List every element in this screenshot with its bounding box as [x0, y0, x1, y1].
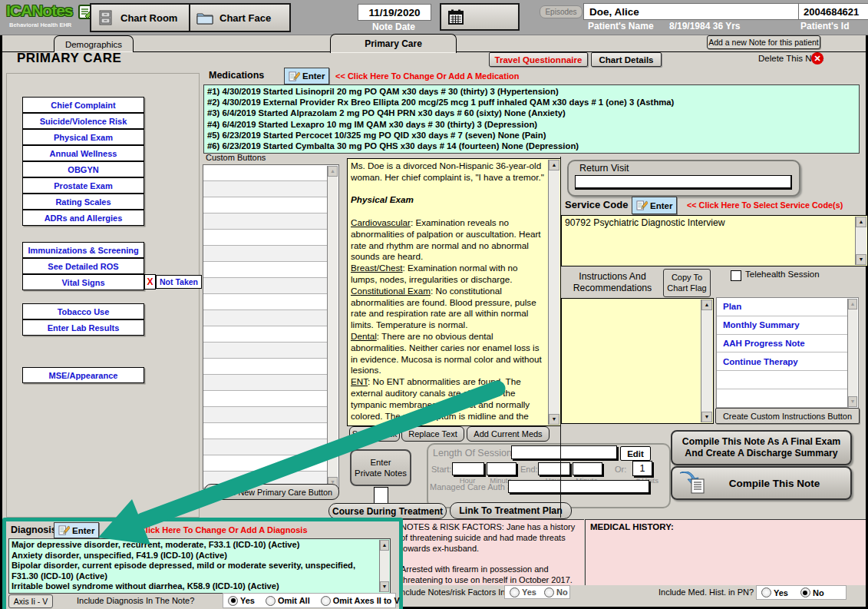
diagnosis-enter-button[interactable]: Enter: [54, 522, 99, 538]
custom-buttons-scrollbar[interactable]: ▲▼: [327, 166, 338, 488]
note-date-field[interactable]: 11/19/2020: [358, 4, 431, 21]
sidebar-button-immunizations-screening[interactable]: Immunizations & Screening: [22, 242, 144, 258]
start-hour-input[interactable]: [452, 462, 484, 475]
service-code-scrollbar[interactable]: ▲▼: [855, 217, 866, 265]
custom-button-slot[interactable]: [203, 455, 328, 472]
instruction-quick-button[interactable]: AAH Progress Note: [717, 335, 849, 353]
create-custom-instructions-button[interactable]: Create Custom Instructions Button: [715, 408, 860, 424]
calendar-button[interactable]: [440, 3, 520, 31]
custom-button-slot[interactable]: [203, 391, 328, 407]
sidebar-button-physical-exam[interactable]: Physical Exam: [22, 129, 144, 145]
custom-button-slot[interactable]: [203, 439, 328, 455]
enter-private-notes-button[interactable]: EnterPrivate Notes: [350, 449, 411, 486]
session-edit-button[interactable]: Edit: [620, 446, 651, 461]
custom-button-slot[interactable]: [203, 246, 328, 262]
instruction-quick-button[interactable]: Continue Therapy: [717, 352, 849, 371]
sidebar-button-suicide-violence-risk[interactable]: Suicide/Violence Risk: [22, 113, 144, 129]
note-text-area[interactable]: Ms. Doe is a divorced Non-Hispanic 36-ye…: [347, 158, 561, 426]
service-code-area[interactable]: 90792 Psychiatric Diagnostic Interview ▲…: [561, 215, 868, 266]
tab-primary-care[interactable]: Primary Care: [330, 34, 457, 53]
telehealth-checkbox[interactable]: [731, 270, 741, 281]
instructions-text-area[interactable]: ▲▼: [561, 298, 714, 424]
medications-enter-button[interactable]: Enter: [284, 68, 329, 84]
instruction-quick-slot[interactable]: [717, 371, 849, 389]
include-medhist-no[interactable]: No: [800, 587, 824, 597]
add-current-meds-button[interactable]: Add Current Meds: [467, 426, 550, 442]
end-hour-input[interactable]: [538, 462, 570, 475]
medication-line: #1) 4/30/2019 Started Lisinopril 20 mg P…: [207, 86, 856, 97]
replace-text-button[interactable]: Replace Text: [401, 426, 464, 442]
patient-id-field[interactable]: 2004684621: [798, 3, 868, 20]
return-visit-input[interactable]: [575, 175, 792, 190]
sidebar-button-chief-complaint[interactable]: Chief Complaint: [22, 97, 144, 113]
managed-care-input[interactable]: [508, 480, 649, 493]
sidebar-button-rating-scales[interactable]: Rating Scales: [22, 194, 144, 210]
units-input[interactable]: 1: [632, 461, 652, 476]
instruction-quick-button[interactable]: Monthly Summary: [717, 316, 849, 335]
custom-button-slot[interactable]: [203, 213, 328, 230]
include-diagnosis-omit-all[interactable]: Omit All: [266, 596, 310, 606]
quick-list-scrollbar[interactable]: ▲▼: [847, 299, 857, 407]
sidebar-button-prostate-exam[interactable]: Prostate Exam: [22, 177, 144, 194]
length-of-session-input[interactable]: [511, 445, 617, 459]
include-diagnosis-yes[interactable]: Yes: [228, 596, 255, 606]
medications-list[interactable]: #1) 4/30/2019 Started Lisinopril 20 mg P…: [203, 84, 860, 154]
add-new-note-button[interactable]: Add a new Note for this patient: [707, 35, 820, 49]
custom-button-slot[interactable]: [203, 407, 328, 423]
custom-button-slot[interactable]: [203, 423, 328, 439]
custom-button-slot[interactable]: [203, 230, 328, 246]
risk-factors-panel[interactable]: NOTES & RISK FACTORS: Jane has a history…: [396, 519, 584, 585]
custom-button-slot[interactable]: [203, 294, 328, 310]
instructions-scrollbar[interactable]: ▲▼: [701, 300, 712, 422]
custom-button-slot[interactable]: [203, 326, 328, 343]
sidebar-button-mse-appearance[interactable]: MSE/Appearance: [22, 367, 144, 383]
episodes-button[interactable]: Episodes: [540, 5, 583, 18]
compile-this-note-button[interactable]: Compile This Note: [671, 466, 852, 500]
custom-button-slot[interactable]: [203, 310, 328, 326]
sidebar-button-adrs-and-allergies[interactable]: ADRs and Allergies: [22, 210, 144, 226]
tab-demographics[interactable]: Demographics: [54, 35, 134, 52]
delete-note-x-icon[interactable]: ✕: [811, 52, 823, 65]
custom-button-slot[interactable]: [203, 181, 328, 197]
spell-check-button[interactable]: Spell Check: [349, 426, 400, 442]
sidebar-button-obgyn[interactable]: OBGYN: [22, 161, 144, 177]
include-medhist-yes[interactable]: Yes: [761, 587, 788, 597]
sidebar-button-enter-lab-results[interactable]: Enter Lab Results: [22, 319, 144, 336]
not-taken-button[interactable]: Not Taken: [156, 275, 202, 289]
compile-final-exam-button[interactable]: Compile This Note As A Final ExamAnd Cre…: [671, 430, 852, 465]
chart-details-button[interactable]: Chart Details: [591, 52, 662, 67]
medical-history-panel[interactable]: MEDICAL HISTORY:: [585, 519, 866, 585]
custom-button-slot[interactable]: [203, 197, 328, 213]
chart-room-button[interactable]: Chart Room: [90, 3, 200, 32]
axis-button[interactable]: Axis Ii - V: [8, 594, 53, 608]
travel-questionnaire-button[interactable]: Travel Questionnaire: [489, 52, 588, 67]
custom-button-slot[interactable]: [203, 278, 328, 294]
create-primary-care-button[interactable]: Create New Primary Care Button: [204, 484, 339, 500]
copy-to-chart-flag-button[interactable]: Copy ToChart Flag: [663, 269, 711, 297]
chart-face-button[interactable]: Chart Face: [189, 3, 291, 32]
service-code-enter-button[interactable]: Enter: [632, 197, 677, 214]
custom-button-slot[interactable]: [203, 165, 328, 181]
end-minute-input[interactable]: [573, 462, 602, 475]
include-diagnosis-omit-axes-ii-to-v[interactable]: Omit Axes II to V: [321, 596, 400, 606]
diagnosis-list[interactable]: Major depressive disorder, recurrent, mo…: [8, 538, 391, 594]
link-to-treatment-plan-button[interactable]: Link To Treatment Plan: [450, 502, 572, 519]
instruction-quick-button[interactable]: Plan: [717, 298, 849, 316]
custom-button-slot[interactable]: [203, 359, 328, 375]
sidebar-button-see-detailed-ros[interactable]: See Detailed ROS: [22, 258, 144, 274]
start-minute-input[interactable]: [487, 462, 517, 475]
patient-name-field[interactable]: Doe, Alice: [583, 3, 803, 20]
custom-button-slot[interactable]: [203, 343, 328, 359]
custom-button-slot[interactable]: [203, 375, 328, 391]
sidebar-button-tobacco-use[interactable]: Tobacco Use: [22, 303, 144, 319]
sidebar-button-vital-signs[interactable]: Vital Signs: [22, 274, 144, 290]
custom-button-slot[interactable]: [203, 262, 328, 278]
include-risk-no[interactable]: No: [544, 587, 568, 597]
course-during-treatment-button[interactable]: Course During Treatment: [328, 503, 447, 519]
include-risk-yes[interactable]: Yes: [510, 587, 536, 597]
diagnosis-scrollbar[interactable]: ▲▼: [379, 540, 389, 592]
vitals-not-taken-x[interactable]: X: [144, 274, 156, 290]
sidebar-button-annual-wellness[interactable]: Annual Wellness: [22, 145, 144, 161]
note-scrollbar[interactable]: ▲▼: [548, 160, 559, 425]
instruction-quick-slot[interactable]: [717, 389, 849, 408]
